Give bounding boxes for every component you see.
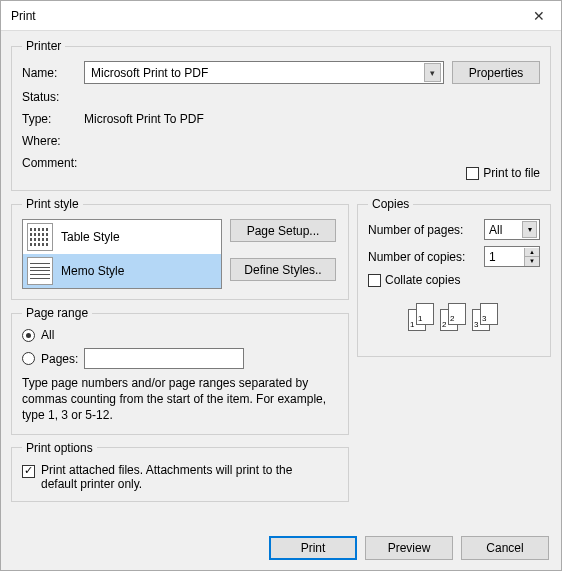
printer-legend: Printer xyxy=(22,39,65,53)
page-icon: 1 xyxy=(416,303,434,325)
num-copies-spinner[interactable]: 1 ▲ ▼ xyxy=(484,246,540,267)
dialog-content: Printer Name: Microsoft Print to PDF ▾ P… xyxy=(1,31,561,528)
num-copies-value: 1 xyxy=(489,250,496,264)
pages-input[interactable] xyxy=(84,348,244,369)
print-dialog: Print ✕ Printer Name: Microsoft Print to… xyxy=(0,0,562,571)
print-options-legend: Print options xyxy=(22,441,97,455)
printer-group: Printer Name: Microsoft Print to PDF ▾ P… xyxy=(11,39,551,191)
dialog-footer: Print Preview Cancel xyxy=(269,536,549,560)
chevron-down-icon: ▾ xyxy=(424,63,441,82)
copies-legend: Copies xyxy=(368,197,413,211)
page-range-group: Page range All Pages: Type page numbers … xyxy=(11,306,349,435)
num-copies-label: Number of copies: xyxy=(368,250,478,264)
page-range-pages-radio[interactable] xyxy=(22,352,35,365)
page-icon: 2 xyxy=(448,303,466,325)
table-style-icon xyxy=(27,223,53,251)
page-range-legend: Page range xyxy=(22,306,92,320)
spinner-up-icon[interactable]: ▲ xyxy=(524,248,539,257)
cancel-button[interactable]: Cancel xyxy=(461,536,549,560)
close-button[interactable]: ✕ xyxy=(516,1,561,31)
collate-label: Collate copies xyxy=(385,273,460,287)
close-icon: ✕ xyxy=(533,8,545,24)
print-button[interactable]: Print xyxy=(269,536,357,560)
print-style-legend: Print style xyxy=(22,197,83,211)
preview-button[interactable]: Preview xyxy=(365,536,453,560)
print-attached-label: Print attached files. Attachments will p… xyxy=(41,463,331,491)
style-item-label: Memo Style xyxy=(61,264,124,278)
printer-name-select[interactable]: Microsoft Print to PDF ▾ xyxy=(84,61,444,84)
style-item-label: Table Style xyxy=(61,230,120,244)
style-item-table[interactable]: Table Style xyxy=(23,220,221,254)
page-setup-button[interactable]: Page Setup... xyxy=(230,219,336,242)
print-attached-checkbox[interactable] xyxy=(22,465,35,478)
print-options-group: Print options Print attached files. Atta… xyxy=(11,441,349,502)
num-pages-select[interactable]: All ▾ xyxy=(484,219,540,240)
num-pages-value: All xyxy=(489,223,502,237)
page-range-all-radio[interactable] xyxy=(22,329,35,342)
window-title: Print xyxy=(11,9,36,23)
num-pages-label: Number of pages: xyxy=(368,223,478,237)
collate-checkbox[interactable] xyxy=(368,274,381,287)
properties-button[interactable]: Properties xyxy=(452,61,540,84)
print-style-list[interactable]: Table Style Memo Style xyxy=(22,219,222,289)
comment-label: Comment: xyxy=(22,156,84,170)
copies-group: Copies Number of pages: All ▾ Number of … xyxy=(357,197,551,357)
spinner-down-icon[interactable]: ▼ xyxy=(524,257,539,266)
page-range-pages-label: Pages: xyxy=(41,352,78,366)
titlebar: Print ✕ xyxy=(1,1,561,31)
page-icon: 3 xyxy=(480,303,498,325)
define-styles-button[interactable]: Define Styles.. xyxy=(230,258,336,281)
print-to-file-label: Print to file xyxy=(483,166,540,180)
chevron-down-icon: ▾ xyxy=(522,221,537,238)
name-label: Name: xyxy=(22,66,84,80)
printer-name-value: Microsoft Print to PDF xyxy=(91,66,208,80)
collate-illustration: 11 22 33 xyxy=(368,303,540,331)
type-value: Microsoft Print To PDF xyxy=(84,112,204,126)
page-range-help: Type page numbers and/or page ranges sep… xyxy=(22,375,338,424)
print-to-file-row: Print to file xyxy=(466,166,540,180)
page-range-all-label: All xyxy=(41,328,54,342)
print-to-file-checkbox[interactable] xyxy=(466,167,479,180)
style-item-memo[interactable]: Memo Style xyxy=(23,254,221,288)
type-label: Type: xyxy=(22,112,84,126)
memo-style-icon xyxy=(27,257,53,285)
where-label: Where: xyxy=(22,134,84,148)
status-label: Status: xyxy=(22,90,84,104)
print-style-group: Print style Table Style xyxy=(11,197,349,300)
